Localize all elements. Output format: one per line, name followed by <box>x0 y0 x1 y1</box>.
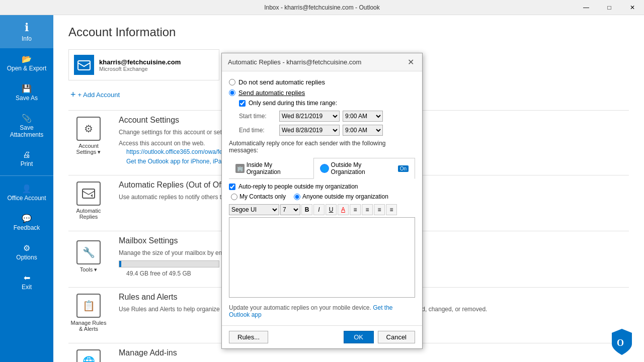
modal-footer: Rules... OK Cancel <box>222 325 422 348</box>
sidebar-item-exit-label: Exit <box>4 284 49 291</box>
storage-text: 49.4 GB free of 49.5 GB <box>126 270 191 277</box>
tab-inside-label: Inside My Organization <box>247 161 307 175</box>
sidebar-item-save-as[interactable]: 💾 Save As <box>0 78 53 108</box>
no-send-radio[interactable] <box>229 79 235 85</box>
add-account-label: + Add Account <box>78 91 120 99</box>
ok-cancel-group: OK Cancel <box>344 331 415 343</box>
start-time-label: Start time: <box>239 113 279 120</box>
account-box: kharris@fetchcuisine.com Microsoft Excha… <box>68 49 219 80</box>
account-info: kharris@fetchcuisine.com Microsoft Excha… <box>99 58 181 72</box>
sidebar: ℹ Info 📂 Open & Export 💾 Save As 📎 Save … <box>0 15 53 362</box>
outside-radios: My Contacts only Anyone outside my organ… <box>231 193 415 200</box>
account-settings-icon-label: AccountSettings ▾ <box>76 143 101 155</box>
minimize-button[interactable]: — <box>575 0 598 15</box>
mailbox-icon: 🔧 <box>76 240 101 264</box>
outside-org-icon: 🌐 <box>320 164 329 173</box>
sidebar-item-exit[interactable]: ⬅ Exit <box>0 267 53 297</box>
sidebar-item-save-as-label: Save As <box>4 95 49 102</box>
sidebar-item-feedback[interactable]: 💬 Feedback <box>0 208 53 237</box>
end-time-select[interactable]: 9:00 AM <box>343 125 383 136</box>
auto-reply-outside-label: Auto-reply to people outside my organiza… <box>238 183 358 190</box>
my-contacts-radio[interactable] <box>231 194 237 200</box>
font-size-select[interactable]: 7 <box>280 204 300 215</box>
font-family-select[interactable]: Segoe UI <box>229 204 279 215</box>
mailbox-icon-box[interactable]: 🔧 Tools ▾ <box>68 236 109 277</box>
start-time-row: Start time: Wed 8/21/2019 9:00 AM <box>239 111 415 122</box>
font-toolbar: Segoe UI 7 B I U A ≡ ≡ ≡ ≡ <box>229 204 415 215</box>
addins-content: Manage Add-ins Manage and acquire Web Ad… <box>119 348 243 362</box>
inside-org-icon: 🏢 <box>235 164 245 173</box>
outlook-shield-icon: O <box>610 328 634 352</box>
storage-progress-fill <box>119 261 121 267</box>
title-bar-controls: — □ ✕ <box>575 0 644 15</box>
sidebar-item-print[interactable]: 🖨 Print <box>0 144 53 173</box>
bullets-button[interactable]: ≡ <box>350 204 361 215</box>
send-auto-label: Send automatic replies <box>238 89 305 97</box>
anyone-outside-label: Anyone outside my organization <box>302 193 388 200</box>
modal-title-bar: Automatic Replies - kharris@fetchcuisine… <box>222 53 422 71</box>
rules-icon-box[interactable]: 📋 Manage Rules& Alerts <box>68 293 109 333</box>
addins-icon-box[interactable]: 🌐 Manage Add-ins <box>68 348 109 362</box>
sidebar-item-options-label: Options <box>4 254 49 261</box>
cancel-button[interactable]: Cancel <box>378 331 415 343</box>
tab-outside-label: Outside My Organization <box>331 161 396 175</box>
outdent-button[interactable]: ≡ <box>386 204 397 215</box>
numbering-button[interactable]: ≡ <box>362 204 373 215</box>
account-settings-icon-box[interactable]: ⚙ AccountSettings ▾ <box>68 116 109 156</box>
ok-button[interactable]: OK <box>344 331 374 343</box>
my-contacts-label: My Contacts only <box>239 193 286 200</box>
modal-close-button[interactable]: ✕ <box>406 57 416 67</box>
auto-reply-desc: Automatically reply once for each sender… <box>229 140 415 154</box>
svg-rect-0 <box>78 61 90 70</box>
end-time-label: End time: <box>239 127 279 134</box>
maximize-button[interactable]: □ <box>598 0 621 15</box>
svg-rect-1 <box>83 189 95 198</box>
time-range-row: Only send during this time range: <box>239 100 415 107</box>
mobile-note-text: Update your automatic replies on your mo… <box>229 304 371 311</box>
page-title: Account Information <box>68 25 629 39</box>
sidebar-item-info[interactable]: ℹ Info <box>0 15 53 48</box>
tab-outside[interactable]: 🌐 Outside My Organization On <box>313 158 415 179</box>
rules-button[interactable]: Rules... <box>229 331 268 343</box>
font-color-button[interactable]: A <box>338 204 349 215</box>
sidebar-item-print-label: Print <box>4 160 49 167</box>
sidebar-item-open-export[interactable]: 📂 Open & Export <box>0 48 53 78</box>
rules-icon-label: Manage Rules& Alerts <box>71 320 107 332</box>
account-icon <box>74 55 94 75</box>
title-bar-text: Inbox - kharris@fetchcuisine.com - Outlo… <box>264 4 380 11</box>
italic-button[interactable]: I <box>313 204 325 215</box>
auto-reply-outside-checkbox[interactable] <box>229 184 235 190</box>
sidebar-item-info-label: Info <box>4 35 49 42</box>
account-settings-icon: ⚙ <box>76 117 101 141</box>
sidebar-item-office-account-label: Office Account <box>4 195 49 202</box>
anyone-outside-radio[interactable] <box>294 194 300 200</box>
automatic-replies-icon-box[interactable]: AutomaticReplies <box>68 180 109 221</box>
modal-title: Automatic Replies - kharris@fetchcuisine… <box>228 58 361 66</box>
sidebar-item-feedback-label: Feedback <box>4 224 49 231</box>
svg-text:O: O <box>617 338 624 348</box>
underline-button[interactable]: U <box>326 204 337 215</box>
addins-icon: 🌐 <box>76 349 101 362</box>
rules-icon: 📋 <box>76 294 101 318</box>
sidebar-item-save-attachments[interactable]: 📎 Save Attachments <box>0 108 53 144</box>
start-date-select[interactable]: Wed 8/21/2019 <box>279 111 340 122</box>
indent-button[interactable]: ≡ <box>374 204 385 215</box>
time-range-label: Only send during this time range: <box>249 100 337 107</box>
sidebar-item-open-export-label: Open & Export <box>4 65 49 72</box>
close-button[interactable]: ✕ <box>621 0 644 15</box>
section-addins: 🌐 Manage Add-ins Manage Add-ins Manage a… <box>68 348 629 362</box>
start-time-select[interactable]: 9:00 AM <box>343 111 383 122</box>
mailbox-icon-label: Tools ▾ <box>80 266 98 273</box>
bold-button[interactable]: B <box>301 204 312 215</box>
title-bar: Inbox - kharris@fetchcuisine.com - Outlo… <box>0 0 644 15</box>
sidebar-item-options[interactable]: ⚙ Options <box>0 237 53 267</box>
time-range-checkbox[interactable] <box>239 100 246 107</box>
send-auto-radio[interactable] <box>229 89 235 96</box>
tab-inside[interactable]: 🏢 Inside My Organization <box>229 158 313 179</box>
automatic-replies-modal: Automatic Replies - kharris@fetchcuisine… <box>221 53 423 349</box>
reply-editor[interactable] <box>229 217 415 298</box>
outside-on-badge: On <box>398 165 409 172</box>
end-date-select[interactable]: Wed 8/28/2019 <box>279 125 340 136</box>
sidebar-item-office-account[interactable]: 👤 Office Account <box>0 178 53 208</box>
storage-progress-bar <box>119 260 219 267</box>
